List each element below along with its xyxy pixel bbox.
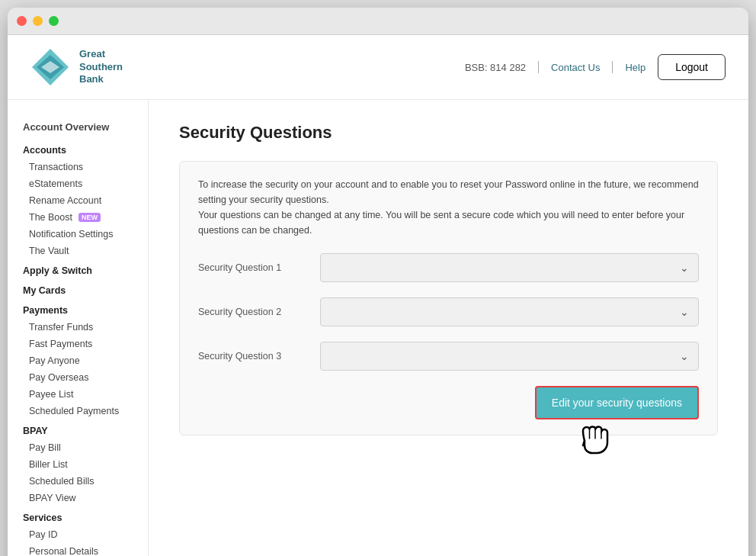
sidebar-section-accounts: Accounts [8,139,148,159]
sidebar-section-bpay: BPAY [8,419,148,439]
sidebar-item-rename[interactable]: Rename Account [8,192,148,209]
chevron-down-icon-2: ⌄ [680,306,689,318]
sidebar-item-notifications[interactable]: Notification Settings [8,226,148,243]
sidebar-item-vault[interactable]: The Vault [8,243,148,259]
main-area: Account Overview Accounts Transactions e… [8,100,748,556]
sidebar-section-cards: My Cards [8,279,148,299]
main-content: Security Questions To increase the secur… [149,100,748,556]
sidebar-item-estatements[interactable]: eStatements [8,175,148,192]
question-row-3: Security Question 3 ⌄ [198,342,699,371]
sidebar-item-fast-payments[interactable]: Fast Payments [8,336,148,352]
browser-window: Great Southern Bank BSB: 814 282 Contact… [8,8,748,556]
question-label-1: Security Question 1 [198,262,320,273]
edit-btn-area: Edit your security questions [198,386,699,419]
sidebar-section-services: Services [8,506,148,526]
account-overview-link[interactable]: Account Overview [8,115,148,139]
question-dropdown-3[interactable]: ⌄ [320,342,699,371]
sidebar-item-bpay-view[interactable]: BPAY View [8,490,148,506]
sidebar-item-pay-bill[interactable]: Pay Bill [8,439,148,456]
edit-security-questions-button[interactable]: Edit your security questions [535,386,699,419]
question-label-2: Security Question 2 [198,307,320,317]
logo-area: Great Southern Bank [30,47,123,87]
divider [538,61,539,73]
sidebar-item-pay-id[interactable]: Pay ID [8,526,148,543]
titlebar [8,8,748,35]
sidebar-section-switch: Apply & Switch [8,259,148,279]
maximize-btn[interactable] [49,16,59,26]
chevron-down-icon-1: ⌄ [680,262,689,274]
contact-us-link[interactable]: Contact Us [551,62,600,73]
info-box: To increase the security on your account… [179,161,718,435]
info-text: To increase the security on your account… [198,177,699,238]
page-title: Security Questions [179,123,718,143]
header: Great Southern Bank BSB: 814 282 Contact… [8,35,748,100]
question-label-3: Security Question 3 [198,351,320,362]
sidebar-item-pay-anyone[interactable]: Pay Anyone [8,352,148,369]
logout-button[interactable]: Logout [658,54,726,80]
app-body: Great Southern Bank BSB: 814 282 Contact… [8,35,748,556]
sidebar-item-pay-overseas[interactable]: Pay Overseas [8,369,148,386]
logo-text: Great Southern Bank [79,48,123,87]
question-row-1: Security Question 1 ⌄ [198,253,699,282]
bsb-text: BSB: 814 282 [465,62,526,73]
question-dropdown-1[interactable]: ⌄ [320,253,699,282]
sidebar-item-transfer[interactable]: Transfer Funds [8,319,148,336]
question-dropdown-2[interactable]: ⌄ [320,297,699,326]
help-link[interactable]: Help [625,62,645,73]
sidebar-item-boost[interactable]: The Boost NEW [8,209,148,226]
sidebar: Account Overview Accounts Transactions e… [8,100,149,556]
new-badge: NEW [78,213,101,222]
sidebar-section-payments: Payments [8,299,148,319]
sidebar-item-personal-details[interactable]: Personal Details [8,543,148,556]
sidebar-item-payee-list[interactable]: Payee List [8,386,148,403]
sidebar-item-scheduled-bills[interactable]: Scheduled Bills [8,473,148,490]
header-right: BSB: 814 282 Contact Us Help Logout [465,54,726,80]
sidebar-item-scheduled-payments[interactable]: Scheduled Payments [8,403,148,419]
question-row-2: Security Question 2 ⌄ [198,297,699,326]
close-btn[interactable] [17,16,27,26]
logo-icon [30,47,70,87]
divider2 [612,61,613,73]
minimize-btn[interactable] [33,16,43,26]
sidebar-item-biller-list[interactable]: Biller List [8,456,148,473]
sidebar-item-transactions[interactable]: Transactions [8,159,148,175]
chevron-down-icon-3: ⌄ [680,350,689,362]
